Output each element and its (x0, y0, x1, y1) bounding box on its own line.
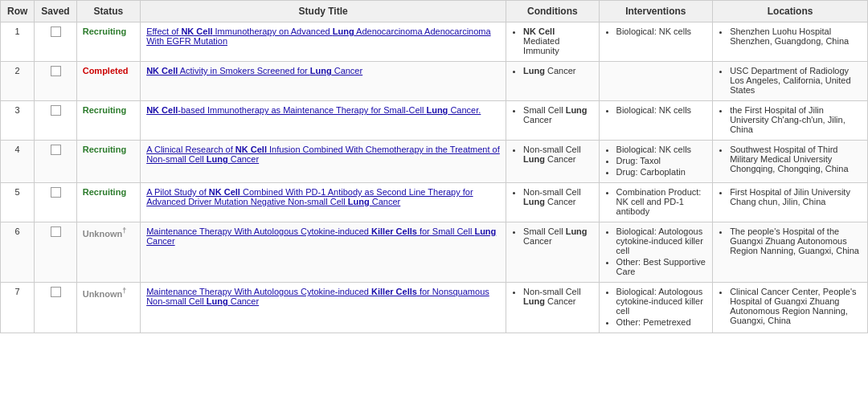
col-header-conditions: Conditions (506, 1, 599, 22)
conditions-cell: NK Cell Mediated Immunity (506, 22, 599, 62)
locations-cell: Shenzhen Luohu Hospital Shenzhen, Guangd… (713, 22, 868, 62)
col-header-saved: Saved (35, 1, 76, 22)
row-number: 5 (1, 183, 35, 222)
location-item: USC Department of Radiology Los Angeles,… (730, 66, 862, 95)
study-title-cell: NK Cell-based Immunotherapy as Maintenan… (141, 101, 506, 141)
locations-cell: The people's Hospital of the Guangxi Zhu… (713, 222, 868, 283)
location-item: Southwest Hospital of Third Military Med… (730, 145, 862, 173)
status-cell: Recruiting (76, 22, 140, 62)
condition-item: NK Cell Mediated Immunity (523, 27, 592, 55)
status-cell: Recruiting (76, 183, 140, 222)
table-row: 4RecruitingA Clinical Research of NK Cel… (1, 141, 868, 183)
row-number: 7 (1, 283, 35, 333)
intervention-item: Combination Product: NK cell and PD-1 an… (616, 187, 707, 216)
study-title-link[interactable]: A Clinical Research of NK Cell Infusion … (146, 145, 500, 164)
col-header-row: Row (1, 1, 35, 22)
status-badge: Recruiting (83, 145, 126, 154)
status-badge: Recruiting (83, 105, 126, 115)
locations-cell: Southwest Hospital of Third Military Med… (713, 141, 868, 183)
condition-item: Non-small Cell Lung Cancer (523, 145, 592, 164)
saved-cell (35, 101, 76, 141)
condition-item: Lung Cancer (523, 66, 592, 75)
conditions-cell: Small Cell Lung Cancer (506, 101, 599, 141)
intervention-item: Biological: NK cells (616, 27, 707, 36)
study-title-link[interactable]: Maintenance Therapy With Autologous Cyto… (146, 226, 496, 246)
intervention-item: Drug: Taxol (616, 156, 707, 165)
conditions-cell: Non-small Cell Lung Cancer (506, 283, 599, 333)
study-title-link[interactable]: NK Cell Activity in Smokers Screened for… (146, 66, 362, 75)
save-checkbox[interactable] (51, 145, 61, 155)
condition-item: Small Cell Lung Cancer (523, 105, 592, 124)
intervention-item: Other: Best Supportive Care (616, 257, 707, 276)
intervention-item: Biological: Autologous cytokine-induced … (616, 226, 707, 255)
interventions-cell: Biological: Autologous cytokine-induced … (599, 222, 713, 283)
conditions-cell: Non-small Cell Lung Cancer (506, 141, 599, 183)
study-title-cell: A Clinical Research of NK Cell Infusion … (141, 141, 506, 183)
row-number: 4 (1, 141, 35, 183)
interventions-cell: Biological: NK cells (599, 22, 713, 62)
row-number: 1 (1, 22, 35, 62)
col-header-interventions: Interventions (599, 1, 713, 22)
results-table: Row Saved Status Study Title Conditions … (0, 0, 868, 333)
table-row: 1RecruitingEffect of NK Cell Immunothera… (1, 22, 868, 62)
interventions-cell: Combination Product: NK cell and PD-1 an… (599, 183, 713, 222)
status-badge: Completed (83, 66, 129, 75)
table-row: 3RecruitingNK Cell-based Immunotherapy a… (1, 101, 868, 141)
save-checkbox[interactable] (51, 105, 61, 116)
location-item: Shenzhen Luohu Hospital Shenzhen, Guangd… (730, 27, 862, 46)
status-badge: Unknown† (83, 229, 127, 239)
locations-cell: Clinical Cancer Center, People's Hospita… (713, 283, 868, 333)
table-row: 7Unknown†Maintenance Therapy With Autolo… (1, 283, 868, 333)
saved-cell (35, 183, 76, 222)
study-title-cell: Maintenance Therapy With Autologous Cyto… (141, 283, 506, 333)
conditions-cell: Small Cell Lung Cancer (506, 222, 599, 283)
status-cell: Completed (76, 62, 140, 101)
save-checkbox[interactable] (51, 66, 61, 76)
col-header-status: Status (76, 1, 140, 22)
save-checkbox[interactable] (51, 226, 61, 237)
condition-item: Non-small Cell Lung Cancer (523, 187, 592, 206)
row-number: 6 (1, 222, 35, 283)
col-header-locations: Locations (713, 1, 868, 22)
conditions-cell: Non-small Cell Lung Cancer (506, 183, 599, 222)
location-item: Clinical Cancer Center, People's Hospita… (730, 287, 862, 325)
study-title-link[interactable]: NK Cell-based Immunotherapy as Maintenan… (146, 105, 481, 115)
interventions-cell (599, 62, 713, 101)
interventions-cell: Biological: NK cells (599, 101, 713, 141)
location-item: First Hospital of Jilin University Chang… (730, 187, 862, 206)
locations-cell: USC Department of Radiology Los Angeles,… (713, 62, 868, 101)
locations-cell: First Hospital of Jilin University Chang… (713, 183, 868, 222)
save-checkbox[interactable] (51, 187, 61, 198)
study-title-link[interactable]: A Pilot Study of NK Cell Combined With P… (146, 187, 473, 206)
study-title-cell: Effect of NK Cell Immunotherapy on Advan… (141, 22, 506, 62)
intervention-item: Other: Pemetrexed (616, 317, 707, 327)
condition-item: Small Cell Lung Cancer (523, 226, 592, 246)
row-number: 2 (1, 62, 35, 101)
table-row: 6Unknown†Maintenance Therapy With Autolo… (1, 222, 868, 283)
saved-cell (35, 62, 76, 101)
study-title-cell: Maintenance Therapy With Autologous Cyto… (141, 222, 506, 283)
saved-cell (35, 141, 76, 183)
saved-cell (35, 283, 76, 333)
status-badge: Unknown† (83, 289, 127, 299)
status-badge: Recruiting (83, 187, 126, 197)
study-title-link[interactable]: Maintenance Therapy With Autologous Cyto… (146, 287, 489, 306)
intervention-item: Biological: NK cells (616, 105, 707, 115)
col-header-study: Study Title (141, 1, 506, 22)
intervention-item: Biological: NK cells (616, 145, 707, 154)
status-badge: Recruiting (83, 27, 126, 36)
interventions-cell: Biological: NK cellsDrug: TaxolDrug: Car… (599, 141, 713, 183)
saved-cell (35, 222, 76, 283)
table-row: 2CompletedNK Cell Activity in Smokers Sc… (1, 62, 868, 101)
location-item: the First Hospital of Jilin University C… (730, 105, 862, 134)
study-title-cell: A Pilot Study of NK Cell Combined With P… (141, 183, 506, 222)
interventions-cell: Biological: Autologous cytokine-induced … (599, 283, 713, 333)
status-cell: Recruiting (76, 101, 140, 141)
table-row: 5RecruitingA Pilot Study of NK Cell Comb… (1, 183, 868, 222)
save-checkbox[interactable] (51, 27, 61, 37)
save-checkbox[interactable] (51, 287, 61, 297)
locations-cell: the First Hospital of Jilin University C… (713, 101, 868, 141)
row-number: 3 (1, 101, 35, 141)
study-title-link[interactable]: Effect of NK Cell Immunotherapy on Advan… (146, 27, 490, 46)
status-cell: Unknown† (76, 283, 140, 333)
